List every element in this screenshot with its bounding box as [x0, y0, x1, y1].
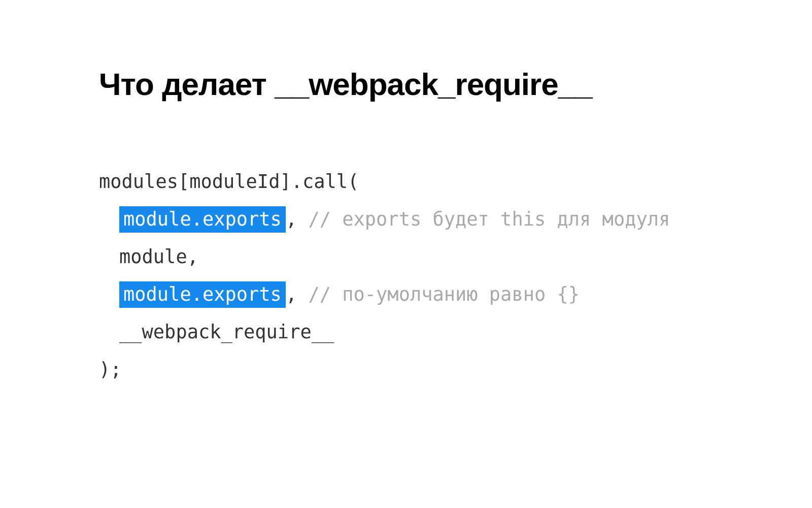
- highlight-2: module.exports: [119, 281, 286, 308]
- code-line-4: module.exports, // по-умолчанию равно {}: [99, 276, 713, 313]
- comment-2: // по-умолчанию равно {}: [297, 283, 580, 305]
- highlight-1: module.exports: [119, 206, 286, 233]
- code-line-3: module,: [99, 238, 713, 276]
- code-line-2: module.exports, // exports будет this дл…: [99, 201, 713, 238]
- code-line-4-after: ,: [286, 283, 297, 305]
- code-line-1: modules[moduleId].call(: [99, 163, 713, 201]
- slide-title: Что делает __webpack_require__: [99, 66, 713, 102]
- code-line-5: __webpack_require__: [99, 313, 713, 351]
- comment-1: // exports будет this для модуля: [297, 208, 670, 230]
- code-block: modules[moduleId].call( module.exports, …: [99, 163, 713, 389]
- code-line-6: );: [99, 351, 713, 389]
- code-line-2-after: ,: [286, 208, 297, 230]
